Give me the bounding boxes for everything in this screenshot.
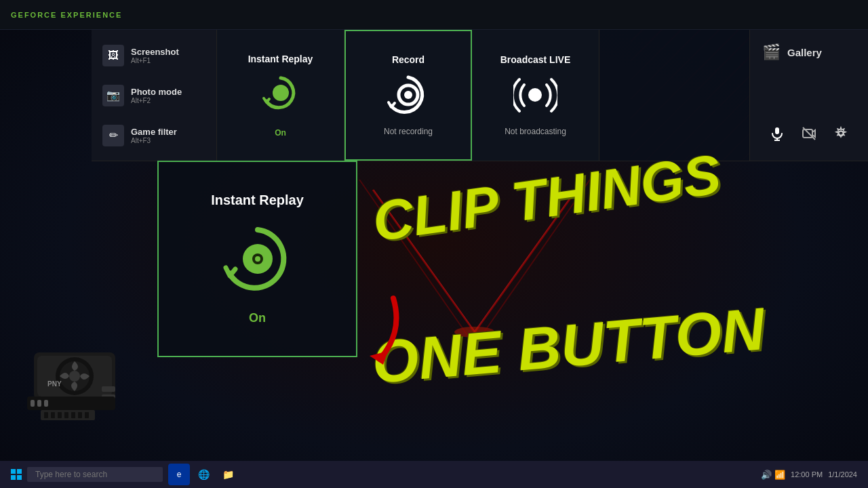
microphone-button[interactable] <box>767 123 787 147</box>
gfe-logo: GEFORCE EXPERIENCE <box>11 11 122 19</box>
svg-point-11 <box>404 91 412 99</box>
instant-replay-status: On <box>275 128 286 138</box>
top-bar: 🖼 Screenshot Alt+F1 📷 Photo mode Alt+F2 … <box>92 30 868 161</box>
svg-rect-42 <box>85 412 89 418</box>
game-filter-label: Game filter <box>131 127 177 137</box>
svg-marker-22 <box>370 351 388 365</box>
broadcast-status: Not broadcasting <box>505 127 566 136</box>
svg-rect-43 <box>11 469 16 474</box>
taskbar-time: 12:00 PM <box>791 470 823 479</box>
svg-point-9 <box>273 85 289 101</box>
svg-point-12 <box>528 88 542 102</box>
taskbar-edge-icon[interactable]: e <box>168 464 190 485</box>
gallery-icon: 🎬 <box>762 43 781 61</box>
photo-mode-label: Photo mode <box>131 87 182 97</box>
taskbar: e 🌐 📁 🔊 📶 12:00 PM 1/1/2024 <box>0 461 868 488</box>
svg-rect-39 <box>64 412 68 418</box>
svg-rect-40 <box>71 412 75 418</box>
svg-rect-36 <box>44 412 48 418</box>
gallery-button[interactable]: 🎬 Gallery <box>755 35 863 69</box>
broadcast-title: Broadcast LIVE <box>500 54 570 65</box>
taskbar-date: 1/1/2024 <box>828 470 857 479</box>
instant-replay-title: Instant Replay <box>248 54 313 64</box>
photo-mode-shortcut: Alt+F2 <box>131 97 182 104</box>
broadcast-icon <box>513 73 557 120</box>
right-controls <box>755 115 863 155</box>
instant-replay-expanded-title: Instant Replay <box>211 192 304 208</box>
taskbar-icons: e 🌐 📁 <box>168 464 239 485</box>
game-filter-item[interactable]: ✏ Game filter Alt+F3 <box>92 119 216 152</box>
taskbar-explorer-icon[interactable]: 📁 <box>217 464 239 485</box>
instant-replay-expanded-status: On <box>249 311 266 325</box>
svg-rect-41 <box>78 412 82 418</box>
game-filter-icon: ✏ <box>102 125 124 146</box>
record-title: Record <box>392 54 425 65</box>
svg-point-21 <box>255 256 260 262</box>
record-panel[interactable]: Record Not recording <box>344 30 472 161</box>
center-panels: Instant Replay On Record <box>217 30 749 161</box>
gpu-image: PNY <box>14 332 129 468</box>
instant-replay-expanded-icon <box>220 222 295 299</box>
arrow-icon <box>359 291 420 373</box>
photo-mode-icon: 📷 <box>102 85 124 106</box>
svg-rect-44 <box>17 469 22 474</box>
svg-rect-45 <box>11 475 16 480</box>
tray-icons: 🔊 📶 <box>761 470 785 480</box>
start-button[interactable] <box>5 464 27 485</box>
taskbar-chrome-icon[interactable]: 🌐 <box>193 464 214 485</box>
screenshot-icon: 🖼 <box>102 45 124 66</box>
taskbar-right: 🔊 📶 12:00 PM 1/1/2024 <box>761 470 863 480</box>
left-panel: 🖼 Screenshot Alt+F1 📷 Photo mode Alt+F2 … <box>92 30 217 161</box>
svg-rect-13 <box>775 127 779 134</box>
svg-rect-46 <box>17 475 22 480</box>
screenshot-item[interactable]: 🖼 Screenshot Alt+F1 <box>92 39 216 72</box>
svg-text:PNY: PNY <box>47 380 62 388</box>
svg-point-18 <box>839 131 844 136</box>
record-status: Not recording <box>384 127 433 136</box>
svg-rect-32 <box>37 400 41 407</box>
game-filter-shortcut: Alt+F3 <box>131 137 177 144</box>
record-icon <box>387 73 431 120</box>
photo-mode-item[interactable]: 📷 Photo mode Alt+F2 <box>92 79 216 112</box>
taskbar-search[interactable] <box>27 467 163 482</box>
screenshot-shortcut: Alt+F1 <box>131 57 179 64</box>
instant-replay-panel[interactable]: Instant Replay On <box>217 30 344 161</box>
camera-button[interactable] <box>799 123 819 147</box>
instant-replay-expanded[interactable]: Instant Replay On <box>157 161 357 357</box>
gfe-bar: GEFORCE EXPERIENCE <box>0 0 868 30</box>
settings-button[interactable] <box>831 123 851 147</box>
instant-replay-icon <box>260 73 301 116</box>
screenshot-label: Screenshot <box>131 47 179 57</box>
svg-rect-31 <box>31 400 35 407</box>
right-panel: 🎬 Gallery <box>749 30 868 161</box>
broadcast-panel[interactable]: Broadcast LIVE Not broadcasting <box>472 30 599 161</box>
gallery-label: Gallery <box>787 47 822 58</box>
svg-point-27 <box>69 371 80 382</box>
svg-rect-28 <box>102 386 115 392</box>
svg-rect-33 <box>44 400 48 407</box>
svg-rect-37 <box>51 412 55 418</box>
svg-rect-38 <box>58 412 62 418</box>
